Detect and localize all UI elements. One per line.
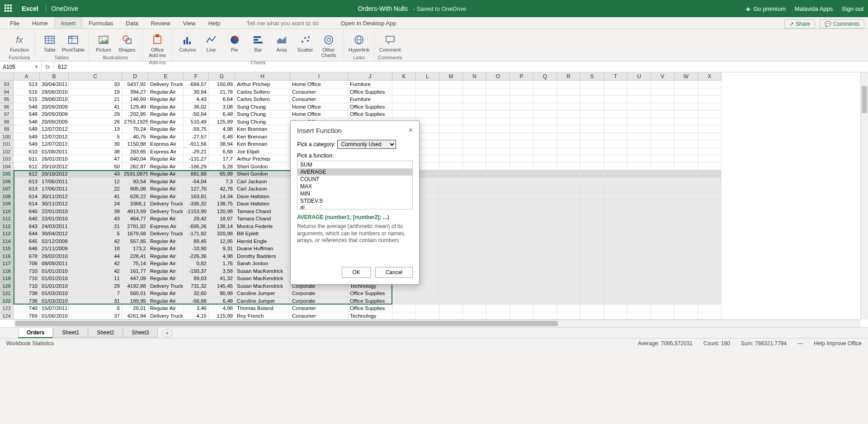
sheet-tab-sheet3[interactable]: Sheet3	[123, 328, 157, 338]
cell[interactable]: Office Supplies	[348, 110, 392, 118]
cell[interactable]	[580, 133, 604, 141]
cell[interactable]	[533, 125, 557, 133]
row-header[interactable]: 96	[0, 103, 14, 111]
table-row[interactable]: 73801/03/20107560,51Regular Air32,6080,9…	[14, 290, 860, 297]
cell[interactable]	[392, 103, 416, 111]
cell[interactable]	[604, 88, 627, 96]
cell[interactable]: Express Air	[148, 223, 184, 230]
table-row[interactable]: 51528/08/201019394,27Regular Air30,9421,…	[14, 88, 860, 96]
cell[interactable]: 513	[14, 81, 40, 88]
cell[interactable]	[698, 88, 722, 96]
column-header[interactable]: F	[184, 72, 209, 81]
cell[interactable]	[557, 208, 580, 215]
cell[interactable]	[557, 223, 580, 230]
cell[interactable]: 12,95	[209, 238, 235, 245]
cell[interactable]: -171,92	[184, 230, 209, 238]
function-item[interactable]: MIN	[297, 190, 412, 197]
cell[interactable]	[651, 208, 675, 215]
cell[interactable]	[463, 193, 486, 200]
cell[interactable]	[698, 95, 722, 103]
user-account[interactable]: Malavida Apps	[795, 5, 833, 12]
cell[interactable]: 30/11/2012	[40, 200, 69, 208]
cell[interactable]	[439, 178, 463, 186]
cell[interactable]	[651, 290, 675, 297]
cell[interactable]	[510, 170, 533, 178]
cell[interactable]	[416, 110, 439, 118]
cell[interactable]	[675, 178, 698, 186]
cell[interactable]: Regular Air	[148, 297, 184, 305]
cell[interactable]	[651, 245, 675, 252]
cell[interactable]: -684,57	[184, 81, 209, 88]
cell[interactable]	[580, 140, 604, 148]
cell[interactable]	[486, 148, 510, 156]
cell[interactable]	[533, 252, 557, 260]
cell[interactable]	[580, 88, 604, 96]
cell[interactable]: 12/07/2012	[40, 125, 69, 133]
cell[interactable]: Regular Air	[148, 215, 184, 223]
cell[interactable]	[416, 81, 439, 88]
column-header[interactable]: W	[675, 72, 698, 81]
row-header[interactable]: 106	[0, 178, 14, 186]
cell[interactable]	[533, 140, 557, 148]
cell[interactable]	[698, 163, 722, 171]
cell[interactable]: 738	[14, 290, 40, 297]
cell[interactable]: 515	[14, 88, 40, 96]
cell[interactable]	[533, 215, 557, 223]
cell[interactable]: 20/09/2009	[40, 118, 69, 126]
table-row[interactable]: 71001/01/2010294192,88Delivery Truck731,…	[14, 282, 860, 290]
cell[interactable]	[557, 125, 580, 133]
cell[interactable]	[675, 170, 698, 178]
cell[interactable]	[698, 185, 722, 193]
cell[interactable]: 560,51	[122, 290, 148, 297]
cell[interactable]	[439, 140, 463, 148]
row-header[interactable]: 98	[0, 118, 14, 126]
cell[interactable]: 21	[69, 95, 122, 103]
tab-formulas[interactable]: Formulas	[82, 18, 119, 29]
row-header[interactable]: 119	[0, 275, 14, 282]
table-row[interactable]: 61126/01/201047840,04Regular Air-131,271…	[14, 155, 860, 163]
cell[interactable]: 26/01/2010	[40, 155, 69, 163]
cell[interactable]	[533, 282, 557, 290]
table-row[interactable]: 64022/01/201043464,77Regular Air29,4218,…	[14, 215, 860, 223]
cell[interactable]	[604, 252, 627, 260]
column-header[interactable]: V	[651, 72, 675, 81]
cell[interactable]	[675, 223, 698, 230]
cell[interactable]: 42	[69, 260, 122, 267]
cell[interactable]: Regular Air	[148, 305, 184, 312]
cell[interactable]: 5	[69, 133, 122, 141]
table-row[interactable]: 61220/10/201250262,87Regular Air-166,295…	[14, 163, 860, 171]
cell[interactable]	[698, 148, 722, 156]
cell[interactable]	[604, 118, 627, 126]
cell[interactable]	[463, 208, 486, 215]
cell[interactable]	[675, 163, 698, 171]
ribbon-area[interactable]: Area	[270, 33, 293, 53]
cell[interactable]: 28/08/2010	[40, 88, 69, 96]
cell[interactable]: Regular Air	[148, 290, 184, 297]
cell[interactable]: 18,97	[209, 215, 235, 223]
ribbon-line[interactable]: Line	[200, 33, 222, 53]
cell[interactable]	[392, 110, 416, 118]
cell[interactable]: -166,29	[184, 163, 209, 171]
cell[interactable]: 127,70	[184, 185, 209, 193]
table-row[interactable]: 70608/09/20114275,14Regular Air0,821,76S…	[14, 260, 860, 267]
cell[interactable]	[604, 95, 627, 103]
cell[interactable]: 163,81	[184, 193, 209, 200]
cell[interactable]	[439, 312, 463, 320]
cell[interactable]: -1153,90	[184, 208, 209, 215]
cell[interactable]	[533, 230, 557, 238]
cell[interactable]: Ken Brennan	[235, 140, 290, 148]
cell[interactable]	[463, 88, 486, 96]
workbook-stats[interactable]: Workbook Statistics	[6, 340, 54, 347]
cell[interactable]	[627, 81, 651, 88]
ribbon-shapes[interactable]: Shapes	[116, 33, 138, 53]
app-launcher-icon[interactable]	[5, 5, 13, 13]
cell[interactable]	[557, 245, 580, 252]
cell[interactable]	[604, 103, 627, 111]
cell[interactable]: Duane Huffman	[235, 245, 290, 252]
cell[interactable]	[439, 252, 463, 260]
cell[interactable]	[580, 245, 604, 252]
cell[interactable]: Regular Air	[148, 245, 184, 252]
cell[interactable]: 283,65	[122, 148, 148, 156]
row-header[interactable]: 112	[0, 223, 14, 230]
cell[interactable]: 612	[14, 170, 40, 178]
